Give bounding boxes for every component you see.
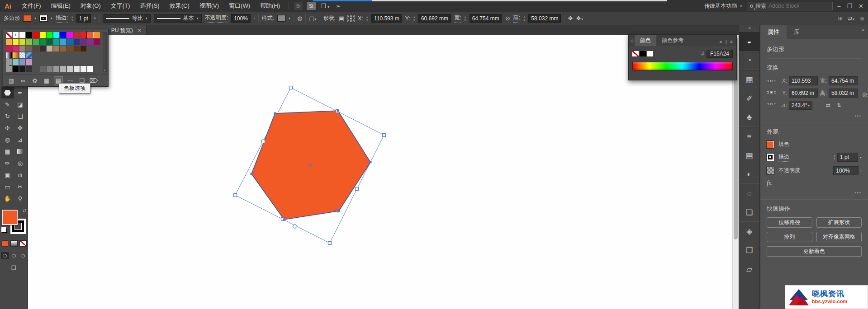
y-field[interactable]: 60.692 mm xyxy=(418,14,451,23)
rotate-tool[interactable]: ↻ xyxy=(1,110,14,122)
swatch[interactable] xyxy=(60,46,66,52)
swatch[interactable] xyxy=(87,39,93,45)
shape-builder-tool[interactable]: ◍ xyxy=(1,134,14,145)
search-input[interactable]: 搜索 Adobe Stock xyxy=(747,2,833,10)
blend-tool[interactable]: ◎ xyxy=(14,157,27,169)
transform-menu-icon[interactable]: ❖▾ xyxy=(576,15,583,22)
swatch[interactable] xyxy=(40,66,46,72)
appearance-icon[interactable]: ◌ xyxy=(739,184,759,203)
perspective-grid-tool[interactable]: ⊿ xyxy=(14,134,27,145)
scale-tool[interactable]: ❏ xyxy=(14,110,27,122)
brush-definition-select[interactable]: 基本▾ xyxy=(154,14,202,23)
opacity-label[interactable]: 不透明度: xyxy=(205,14,228,23)
swatch[interactable] xyxy=(47,32,52,38)
swatch[interactable] xyxy=(67,39,73,45)
quick-action-button[interactable]: 位移路径 xyxy=(767,217,812,228)
fill-swatch[interactable] xyxy=(767,141,774,148)
rotation-field[interactable]: 243.4°▾ xyxy=(789,101,812,110)
stroke-weight-field[interactable]: 1 pt xyxy=(76,14,91,23)
swatch[interactable] xyxy=(26,32,32,38)
swatch[interactable] xyxy=(13,59,19,65)
expand-panels-icon[interactable]: « xyxy=(739,25,759,32)
color-panel-icon[interactable]: ◒ xyxy=(739,32,759,51)
color-button[interactable] xyxy=(1,240,9,247)
link-dimensions-icon[interactable]: ⊘ xyxy=(862,91,868,99)
reference-point-icon[interactable] xyxy=(347,15,355,22)
artboard-tool[interactable]: ▭ xyxy=(1,181,14,192)
swatch[interactable] xyxy=(47,66,52,72)
quick-action-button[interactable]: 更新着色 xyxy=(767,246,862,257)
tab-color[interactable]: 颜色 xyxy=(635,35,656,46)
swatch[interactable] xyxy=(26,46,32,52)
panel-menu-icon[interactable]: ≣ xyxy=(860,15,864,22)
swatch[interactable] xyxy=(26,66,32,72)
quick-action-button[interactable]: 对齐像素网格 xyxy=(816,232,862,242)
fill-indicator[interactable] xyxy=(2,210,18,225)
slice-tool[interactable]: ✂ xyxy=(14,181,27,192)
swatch[interactable] xyxy=(26,39,32,45)
document-grid-icon[interactable]: ⊞ xyxy=(838,15,843,22)
swatch[interactable] xyxy=(6,39,12,45)
arrange-documents-icon[interactable]: ❐ ▾ xyxy=(318,3,332,9)
draw-normal-mode[interactable]: ❍ xyxy=(1,252,9,259)
swatch[interactable] xyxy=(67,32,73,38)
swatch[interactable] xyxy=(19,39,25,45)
collapse-panel-icon[interactable]: ◇ xyxy=(631,38,634,43)
hex-value-field[interactable]: F15A24 xyxy=(707,50,733,58)
swatch[interactable] xyxy=(74,66,80,72)
swatch[interactable] xyxy=(47,46,52,52)
width-profile-select[interactable]: 等比▾ xyxy=(103,14,151,23)
x-stepper[interactable]: ∧∨ xyxy=(366,16,368,21)
color-spectrum[interactable] xyxy=(632,62,733,70)
swatch[interactable] xyxy=(53,39,59,45)
gradient-tool[interactable] xyxy=(14,145,27,157)
artboards-icon[interactable]: ❐ xyxy=(739,241,759,260)
tab-library[interactable]: 库 xyxy=(787,25,807,39)
constrain-proportions-icon[interactable]: ⊘ xyxy=(505,15,510,22)
stroke-icon[interactable]: ≡ xyxy=(739,127,759,146)
transparency-icon[interactable]: ◐ xyxy=(739,165,759,184)
swatch[interactable] xyxy=(67,66,73,72)
swatch[interactable] xyxy=(6,66,12,72)
swatch-libraries-icon[interactable]: ▥ xyxy=(7,76,16,85)
draw-inside-mode[interactable]: ❍ xyxy=(19,252,27,259)
none-button[interactable] xyxy=(19,240,27,247)
swatch-share-icon[interactable]: ∞ xyxy=(19,76,28,85)
symbol-sprayer-tool[interactable]: ▣ xyxy=(1,169,14,181)
stroke-weight-field[interactable]: 1 pt xyxy=(837,153,858,162)
swatch[interactable] xyxy=(19,46,25,52)
white-swatch[interactable] xyxy=(647,51,653,56)
fill-color-swatch[interactable] xyxy=(23,15,31,22)
swatches-icon[interactable]: ▦ xyxy=(739,70,759,89)
opacity-field[interactable]: 100% xyxy=(231,14,251,23)
swatch[interactable] xyxy=(13,66,19,72)
swatch[interactable] xyxy=(81,66,86,72)
polygon-tool[interactable] xyxy=(1,87,14,98)
opacity-field[interactable]: 100% xyxy=(833,166,859,175)
asset-export-icon[interactable]: ▱ xyxy=(739,260,759,279)
quick-action-button[interactable]: 扩展形状 xyxy=(816,217,862,228)
screen-mode-button[interactable]: ❐ xyxy=(0,265,28,271)
reference-point-selector[interactable] xyxy=(767,80,776,113)
panel-menu-icon[interactable]: ≡ xyxy=(730,39,733,44)
quick-action-button[interactable]: 排列 xyxy=(767,232,812,242)
width-label[interactable]: 宽: xyxy=(454,14,461,23)
restore-button[interactable]: ❐ xyxy=(847,3,852,9)
swatch[interactable] xyxy=(60,39,66,45)
swatch[interactable] xyxy=(60,32,66,38)
select-similar-icon[interactable]: ▢▾ xyxy=(309,15,316,22)
width-field[interactable]: 64.754 mm xyxy=(470,14,502,23)
hand-tool[interactable]: ✋ xyxy=(1,192,14,204)
swatch[interactable] xyxy=(19,52,25,58)
close-button[interactable]: ✕ xyxy=(859,3,863,9)
width-field[interactable]: 64.754 m xyxy=(829,76,858,85)
swatch[interactable] xyxy=(26,59,32,65)
recolor-artwork-icon[interactable]: ◍ xyxy=(297,15,302,22)
shape-properties-icon[interactable]: ▣ xyxy=(339,15,344,22)
swatch[interactable] xyxy=(81,32,86,38)
minimize-button[interactable]: – xyxy=(837,3,840,9)
menu-item[interactable]: 编辑(E) xyxy=(46,2,76,10)
delete-swatch-icon[interactable]: ⌦ xyxy=(89,76,98,85)
stroke-swatch[interactable] xyxy=(767,154,774,161)
swatch[interactable] xyxy=(26,52,32,58)
